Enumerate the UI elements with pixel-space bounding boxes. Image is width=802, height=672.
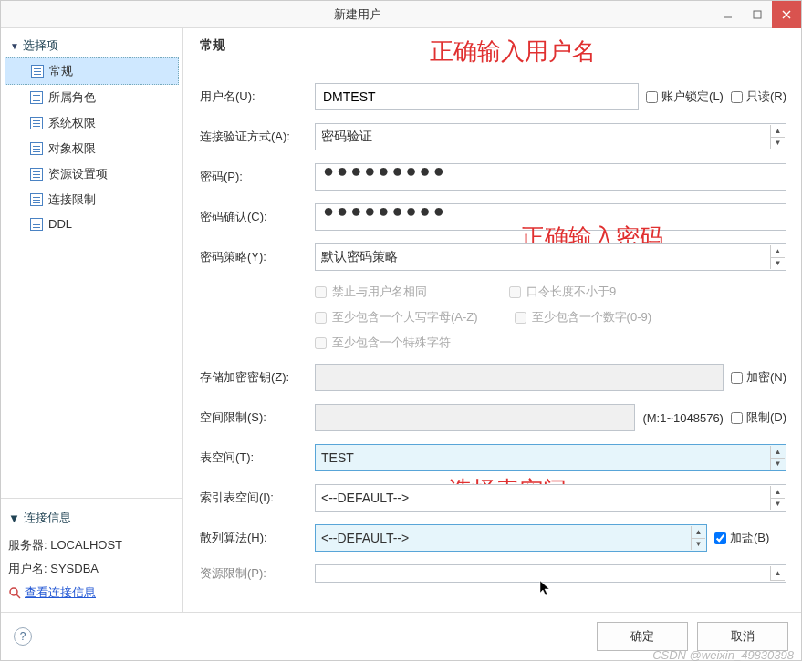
ok-button[interactable]: 确定 <box>597 622 688 651</box>
indexspace-label: 索引表空间(I): <box>200 490 307 506</box>
storekey-label: 存储加密密钥(Z): <box>200 369 307 386</box>
row-tablespace: 表空间(T): TEST ▲▼ <box>200 444 786 471</box>
window-title: 新建用户 <box>1 6 713 23</box>
collapse-icon: ▼ <box>10 41 19 51</box>
nav-item-conn-limit[interactable]: 连接限制 <box>5 187 179 212</box>
collapse-icon: ▼ <box>8 512 20 525</box>
svg-point-4 <box>10 588 17 595</box>
row-hash: 散列算法(H): <--DEFAULT--> ▲▼ 加盐(B) <box>200 524 786 552</box>
indexspace-select[interactable]: <--DEFAULT--> ▲▼ <box>315 484 786 512</box>
nav-item-roles[interactable]: 所属角色 <box>5 85 179 110</box>
connection-info: ▼ 连接信息 服务器: LOCALHOST 用户名: SYSDBA 查看连接信息 <box>1 498 182 612</box>
footer-buttons: 确定 取消 <box>597 622 788 651</box>
readonly-checkbox[interactable]: 只读(R) <box>731 88 786 105</box>
password-input[interactable]: ●●●●●●●●● <box>315 163 786 191</box>
space-input[interactable] <box>315 404 635 431</box>
magnifier-icon <box>8 586 21 599</box>
hash-select[interactable]: <--DEFAULT--> ▲▼ <box>315 524 707 552</box>
nav-item-resource[interactable]: 资源设置项 <box>5 161 179 187</box>
policy-opt-upper: 至少包含一个大写字母(A-Z) <box>315 309 478 326</box>
policy-label: 密码策略(Y): <box>200 249 307 265</box>
titlebar: 新建用户 <box>1 1 801 28</box>
tablespace-select[interactable]: TEST ▲▼ <box>315 444 786 471</box>
tablespace-label: 表空间(T): <box>200 450 307 466</box>
conn-info-header[interactable]: ▼ 连接信息 <box>8 506 175 533</box>
encrypt-label: 加密(N) <box>746 369 786 386</box>
spinner-icon: ▲▼ <box>770 446 785 470</box>
cancel-button[interactable]: 取消 <box>697 622 788 651</box>
policy-opt-digit: 至少包含一个数字(0-9) <box>515 309 651 326</box>
dialog-window: 新建用户 ▼ 选择项 常规 所属角色 <box>0 0 802 661</box>
view-conn-label: 查看连接信息 <box>25 584 96 601</box>
encrypt-checkbox[interactable]: 加密(N) <box>731 369 786 386</box>
password-confirm-input[interactable]: ●●●●●●●●● <box>315 203 786 231</box>
policy-opt-special: 至少包含一个特殊字符 <box>315 335 451 351</box>
maximize-button[interactable] <box>743 1 772 28</box>
nav-item-label: 常规 <box>49 63 73 79</box>
sidebar: ▼ 选择项 常规 所属角色 系统权限 对象权限 <box>1 28 183 612</box>
account-lock-checkbox[interactable]: 账户锁定(L) <box>646 88 724 105</box>
sidebar-nav: ▼ 选择项 常规 所属角色 系统权限 对象权限 <box>1 28 182 498</box>
limit-check[interactable] <box>731 412 743 424</box>
minimize-button[interactable] <box>713 1 743 28</box>
document-icon <box>31 65 44 78</box>
document-icon <box>30 91 43 104</box>
nav-item-object-privs[interactable]: 对象权限 <box>5 136 179 161</box>
document-icon <box>30 117 43 129</box>
policy-select[interactable]: 默认密码策略 ▲▼ <box>315 243 786 271</box>
server-label: 服务器: <box>8 538 47 552</box>
spinner-icon: ▲▼ <box>770 486 785 510</box>
spinner-icon: ▲▼ <box>691 526 705 550</box>
salt-check[interactable] <box>714 532 726 544</box>
nav-item-label: 所属角色 <box>48 89 96 106</box>
document-icon <box>30 193 43 206</box>
spinner-icon: ▲ <box>770 566 785 581</box>
hash-label: 散列算法(H): <box>200 530 307 546</box>
hash-value: <--DEFAULT--> <box>321 531 409 545</box>
main-panel: 常规 正确输入用户名 正确输入密码 选择表空间 用户名(U): 账户锁定(L) … <box>183 28 801 612</box>
row-indexspace: 索引表空间(I): <--DEFAULT--> ▲▼ <box>200 484 786 512</box>
titlebar-buttons <box>713 1 801 28</box>
help-button[interactable]: ? <box>14 627 32 646</box>
auth-label: 连接验证方式(A): <box>200 129 307 145</box>
nav-item-general[interactable]: 常规 <box>5 57 179 85</box>
row-username: 用户名(U): 账户锁定(L) 只读(R) <box>200 83 786 110</box>
spinner-icon: ▲▼ <box>770 245 785 269</box>
view-conn-row: 查看连接信息 <box>8 581 175 605</box>
indexspace-value: <--DEFAULT--> <box>321 491 409 505</box>
nav-item-label: DDL <box>48 217 72 231</box>
nav-item-label: 对象权限 <box>48 140 96 157</box>
username-label: 用户名(U): <box>200 88 307 105</box>
view-connection-link[interactable]: 查看连接信息 <box>8 584 175 601</box>
nav-item-ddl[interactable]: DDL <box>5 212 179 235</box>
policy-opt-min-len: 口令长度不小于9 <box>509 284 616 300</box>
lock-check[interactable] <box>646 91 658 103</box>
row-password: 密码(P): ●●●●●●●●● <box>200 163 786 191</box>
nav-item-label: 系统权限 <box>48 115 96 131</box>
readonly-check[interactable] <box>731 91 743 103</box>
server-value: LOCALHOST <box>50 538 122 552</box>
auth-select[interactable]: 密码验证 ▲▼ <box>315 123 786 150</box>
section-title: 常规 <box>200 37 786 54</box>
nav-item-label: 资源设置项 <box>48 166 108 182</box>
salt-label: 加盐(B) <box>730 530 769 546</box>
user-row: 用户名: SYSDBA <box>8 557 175 581</box>
readonly-label: 只读(R) <box>746 88 786 105</box>
limit-checkbox[interactable]: 限制(D) <box>731 409 786 426</box>
nav-section-header[interactable]: ▼ 选择项 <box>5 34 179 57</box>
storekey-input[interactable] <box>315 364 724 391</box>
nav-item-system-privs[interactable]: 系统权限 <box>5 110 179 136</box>
password-label: 密码(P): <box>200 169 307 185</box>
lock-label: 账户锁定(L) <box>661 88 724 105</box>
document-icon <box>30 218 43 231</box>
space-label: 空间限制(S): <box>200 409 307 426</box>
svg-line-5 <box>16 594 20 598</box>
salt-checkbox[interactable]: 加盐(B) <box>714 530 769 546</box>
watermark: CSDN @weixin_49830398 <box>652 648 794 661</box>
encrypt-check[interactable] <box>731 372 743 384</box>
username-input[interactable] <box>315 83 639 110</box>
close-button[interactable] <box>772 1 801 28</box>
row-password-confirm: 密码确认(C): ●●●●●●●●● <box>200 203 786 231</box>
reslimit-select[interactable]: ▲ <box>315 564 786 583</box>
server-row: 服务器: LOCALHOST <box>8 533 175 557</box>
